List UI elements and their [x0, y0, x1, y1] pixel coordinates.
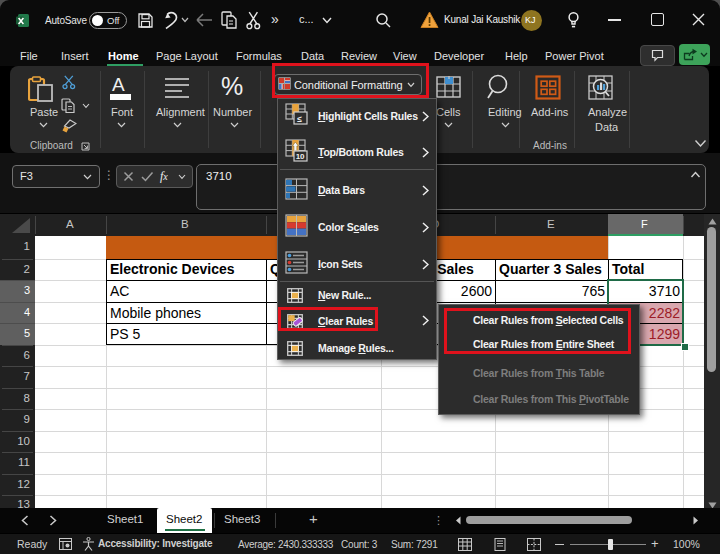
svg-text:10: 10 [296, 152, 305, 161]
svg-text:≤: ≤ [297, 114, 302, 124]
